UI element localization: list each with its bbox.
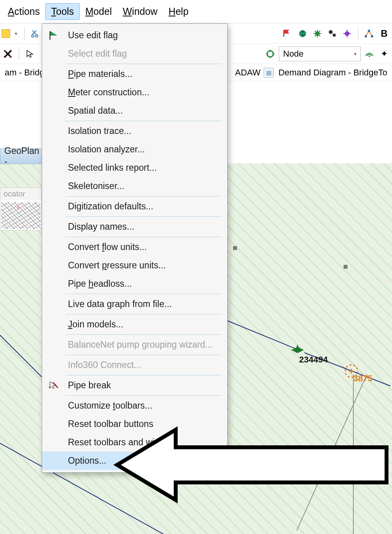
menu-help[interactable]: Help [163, 4, 194, 20]
svg-point-4 [329, 30, 333, 34]
menu-separator [66, 64, 222, 64]
toolbar-sep-3 [19, 48, 19, 60]
svg-rect-20 [233, 246, 237, 250]
locator-preview-icon [1, 202, 41, 229]
menu-separator [66, 294, 222, 294]
svg-point-7 [365, 35, 367, 38]
swatch-dropdown[interactable]: ▾ [12, 28, 20, 39]
menu-window-label: indow [132, 6, 157, 17]
gear-purple-icon[interactable] [341, 27, 353, 40]
node-combo-label: Node [283, 49, 304, 59]
svg-rect-21 [344, 265, 347, 269]
menu-item-customize-toolbars[interactable]: Customize toolbars... [66, 396, 224, 415]
menu-item-select-edit-flag: Select edit flag [66, 45, 224, 63]
menu-separator [66, 395, 222, 396]
menu-item-isolation-trace[interactable]: Isolation trace... [66, 122, 224, 140]
locator-panel: ocator [0, 188, 42, 230]
chart-tab-icon: ▤ [264, 68, 274, 78]
menu-item-label: Isolation trace... [68, 126, 131, 136]
menu-item-use-edit-flag[interactable]: Use edit flag [66, 26, 224, 45]
menu-item-isolation-analyzer[interactable]: Isolation analyzer... [66, 140, 224, 159]
svg-line-19 [297, 374, 367, 530]
menu-item-label: Select edit flag [68, 48, 127, 59]
menu-item-reset-toolbars-windows[interactable]: Reset toolbars and wi [66, 433, 224, 452]
menu-item-label: Options... [68, 455, 106, 466]
menu-window[interactable]: Window [117, 4, 163, 20]
svg-point-8 [371, 35, 373, 38]
chevron-down-icon: ▾ [354, 51, 356, 57]
svg-point-9 [368, 30, 370, 32]
svg-point-5 [333, 34, 336, 37]
menu-item-label: Reset toolbars and wi [68, 437, 154, 447]
svg-point-10 [5, 51, 6, 52]
node-combo[interactable]: Node ▾ [279, 46, 361, 61]
menu-item-label: Pipe break [68, 380, 111, 390]
menu-separator [66, 334, 222, 335]
svg-line-14 [0, 320, 47, 382]
menu-tools-label: ools [56, 6, 74, 17]
menu-item-label: Use edit flag [68, 30, 118, 40]
geoplan-title-text: GeoPlan - [4, 146, 39, 167]
svg-point-0 [32, 35, 34, 37]
svg-point-13 [369, 55, 370, 57]
menu-item-reset-toolbar-buttons[interactable]: Reset toolbar buttons [66, 415, 224, 433]
menu-item-meter-construction[interactable]: Meter construction... [66, 83, 224, 102]
gears-icon[interactable] [326, 27, 339, 40]
menu-model[interactable]: Model [80, 4, 117, 20]
menu-item-label: Info360 Connect... [68, 360, 141, 370]
delete-x-icon[interactable] [2, 48, 14, 60]
menu-item-label: Isolation analyzer... [68, 144, 145, 154]
menu-item-live-data-graph[interactable]: Live data graph from file... [66, 295, 224, 313]
sparkle-icon[interactable]: ✦ [378, 48, 390, 60]
menu-actions-label: ctions [14, 6, 40, 17]
svg-line-16 [226, 320, 301, 351]
target-green-icon[interactable] [264, 48, 276, 60]
map-label-3875: 3875 [353, 373, 372, 384]
tab-mid-partial[interactable]: ADAW [232, 66, 264, 79]
menu-item-pipe-materials[interactable]: Pipe materials... [66, 65, 224, 83]
menu-item-pipe-headloss[interactable]: Pipe headloss... [66, 275, 224, 293]
menu-item-pipe-break[interactable]: Pipe break [66, 376, 224, 395]
toolbar-sep-2 [358, 27, 358, 40]
globe-icon[interactable] [296, 27, 309, 40]
flag-green-icon [48, 30, 59, 41]
cut-icon[interactable] [29, 27, 42, 40]
locator-header: ocator [0, 188, 41, 200]
map-label-234494: 234494 [299, 355, 328, 365]
menu-separator [66, 196, 222, 196]
network-orange-icon[interactable] [363, 27, 376, 40]
flag-icon[interactable] [282, 27, 294, 40]
menu-item-selected-links-report[interactable]: Selected links report... [66, 159, 224, 177]
menu-item-digitization-defaults[interactable]: Digitization defaults... [66, 197, 224, 216]
menu-item-skeletoniser[interactable]: Skeletoniser... [66, 177, 224, 195]
menu-tools[interactable]: Tools [45, 3, 80, 20]
tab-right-partial[interactable]: Demand Diagram - BridgeTo [275, 66, 390, 79]
menu-item-display-names[interactable]: Display names... [66, 218, 224, 236]
menubar: Actions Tools Model Window Help [0, 0, 392, 23]
pipe-break-icon [48, 380, 59, 391]
svg-point-11 [9, 55, 11, 57]
menu-item-options[interactable]: Options... [42, 452, 227, 470]
menu-item-label: Selected links report... [68, 163, 157, 173]
menu-item-join-models[interactable]: Join models... [66, 315, 224, 334]
menu-item-convert-pressure[interactable]: Convert pressure units... [66, 256, 224, 275]
wifi-signal-icon[interactable] [363, 48, 376, 60]
color-swatch-icon[interactable] [2, 29, 10, 38]
geoplan-titlebar[interactable]: GeoPlan - [0, 148, 42, 164]
letter-b-icon[interactable]: B [378, 27, 390, 40]
toolbar-sep [24, 27, 25, 40]
menu-separator [66, 121, 222, 121]
gear-green-icon[interactable] [311, 27, 324, 40]
menu-help-label: elp [175, 6, 188, 17]
menu-item-convert-flow[interactable]: Convert flow units... [66, 238, 224, 256]
cursor-icon[interactable] [24, 48, 36, 60]
menu-item-info360: Info360 Connect... [66, 356, 224, 374]
menu-separator [66, 375, 222, 375]
menu-item-spatial-data[interactable]: Spatial data... [66, 102, 224, 120]
locator-body[interactable] [0, 200, 41, 230]
menu-separator [66, 237, 222, 237]
svg-point-6 [345, 31, 349, 36]
menu-item-label: BalanceNet pump grouping wizard... [68, 339, 213, 350]
menu-separator [66, 355, 222, 355]
menu-actions[interactable]: Actions [2, 4, 45, 20]
